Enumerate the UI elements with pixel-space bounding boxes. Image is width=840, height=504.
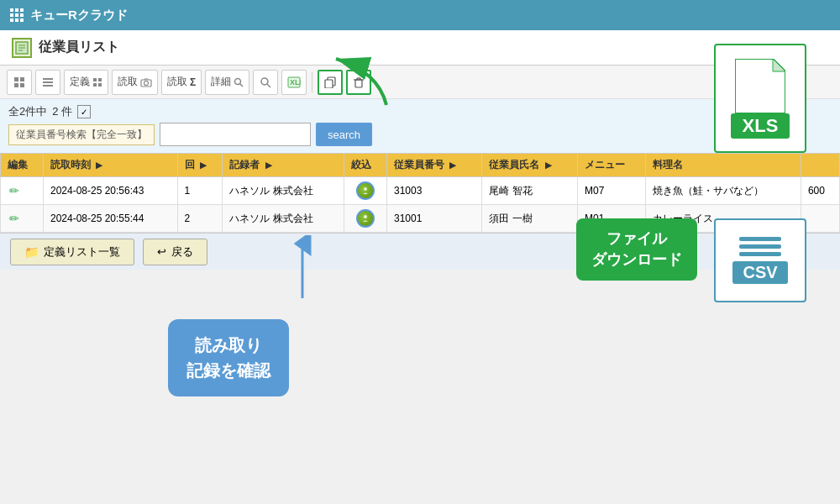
svg-rect-24	[325, 80, 333, 88]
excel-export-btn[interactable]: XLS	[281, 70, 307, 95]
svg-rect-6	[14, 83, 18, 87]
search-button[interactable]: search	[316, 123, 372, 146]
svg-rect-13	[93, 83, 97, 87]
read-sum-btn[interactable]: 読取 Σ	[161, 70, 202, 95]
detail-search-btn[interactable]: 詳細	[205, 70, 249, 95]
svg-line-18	[240, 83, 244, 87]
cell-count: 1	[177, 177, 223, 205]
count-text: 全2件中	[8, 104, 47, 119]
th-emp-name[interactable]: 従業員氏名 ▶	[482, 154, 578, 177]
search-wrapper: 全2件中 2 件 ✓ 従業員番号検索【完全一致】 search	[0, 99, 840, 153]
th-filter: 絞込	[344, 154, 387, 177]
cell-menu: M01	[577, 205, 645, 233]
cell-recorder: ハネソル 株式会社	[223, 177, 344, 205]
definition-btn[interactable]: 定義	[64, 70, 108, 95]
folder-icon: 📁	[24, 245, 39, 259]
list-view-btn[interactable]	[35, 70, 60, 95]
cell-dish: 焼き魚（鮭・サバなど）	[645, 177, 801, 205]
cell-read-time: 2024-08-25 20:56:43	[43, 177, 177, 205]
th-value	[801, 154, 839, 177]
svg-rect-25	[355, 80, 362, 87]
cell-edit: ✏	[1, 177, 44, 205]
svg-rect-9	[43, 81, 53, 83]
read-confirm-callout: 読み取り記録を確認	[168, 319, 289, 396]
page-icon	[12, 38, 32, 58]
read-camera-btn[interactable]: 読取	[112, 70, 158, 95]
search-row: 従業員番号検索【完全一致】 search	[8, 123, 832, 146]
svg-rect-7	[20, 83, 24, 87]
search-label: 従業員番号検索【完全一致】	[8, 124, 155, 145]
svg-rect-8	[43, 78, 53, 80]
svg-rect-12	[98, 78, 102, 81]
th-edit: 編集	[1, 154, 44, 177]
th-count[interactable]: 回 ▶	[177, 154, 223, 177]
data-table-container: 編集 読取時刻 ▶ 回 ▶ 記録者 ▶ 絞込 従業員番号 ▶ 従業員氏名 ▶ メ…	[0, 153, 840, 233]
cell-filter	[344, 177, 387, 205]
footer-bar: 📁 定義リスト一覧 ↩ 戻る	[0, 233, 840, 270]
definition-list-btn[interactable]: 📁 定義リスト一覧	[10, 239, 134, 265]
table-row: ✏ 2024-08-25 20:55:44 2 ハネソル 株式会社 31001 …	[1, 205, 840, 233]
back-btn[interactable]: ↩ 戻る	[143, 239, 207, 265]
svg-rect-10	[43, 85, 53, 87]
edit-button[interactable]: ✏	[8, 210, 21, 227]
read-confirm-text: 読み取り記録を確認	[186, 336, 270, 380]
employee-table: 編集 読取時刻 ▶ 回 ▶ 記録者 ▶ 絞込 従業員番号 ▶ 従業員氏名 ▶ メ…	[0, 153, 840, 233]
th-emp-number[interactable]: 従業員番号 ▶	[386, 154, 482, 177]
toolbar-separator	[312, 72, 312, 92]
delete-btn[interactable]	[346, 70, 371, 95]
page-header: 従業員リスト	[0, 30, 840, 66]
search-btn[interactable]	[253, 70, 278, 95]
svg-point-30	[364, 187, 367, 191]
toolbar: 定義 読取 読取 Σ 詳細 XLS	[0, 66, 840, 99]
cell-emp-name: 尾崎 智花	[482, 177, 578, 205]
copy-btn[interactable]	[318, 70, 343, 95]
cell-value	[801, 205, 839, 233]
count-number: 2 件	[52, 104, 72, 119]
cell-edit: ✏	[1, 205, 44, 233]
table-row: ✏ 2024-08-25 20:56:43 1 ハネソル 株式会社 31003 …	[1, 177, 840, 205]
top-header: キューRクラウド	[0, 0, 840, 30]
cell-recorder: ハネソル 株式会社	[223, 205, 344, 233]
cell-emp-name: 須田 一樹	[482, 205, 578, 233]
cell-count: 2	[177, 205, 223, 233]
svg-point-31	[364, 215, 367, 218]
svg-point-17	[235, 78, 241, 84]
cell-dish: カレーライス	[645, 205, 801, 233]
cell-menu: M07	[577, 177, 645, 205]
th-read-time[interactable]: 読取時刻 ▶	[43, 154, 177, 177]
th-dish: 料理名	[645, 154, 801, 177]
cell-emp-number: 31003	[386, 177, 482, 205]
svg-rect-4	[14, 77, 18, 81]
svg-line-20	[267, 84, 270, 87]
svg-rect-14	[98, 83, 102, 87]
grid-view-btn[interactable]	[7, 70, 32, 95]
svg-rect-11	[93, 78, 97, 81]
table-header-row: 編集 読取時刻 ▶ 回 ▶ 記録者 ▶ 絞込 従業員番号 ▶ 従業員氏名 ▶ メ…	[1, 154, 840, 177]
page-title: 従業員リスト	[39, 39, 119, 56]
count-row: 全2件中 2 件 ✓	[8, 104, 832, 119]
cell-value: 600	[801, 177, 839, 205]
search-input[interactable]	[160, 123, 311, 146]
th-recorder[interactable]: 記録者 ▶	[223, 154, 344, 177]
th-menu: メニュー	[577, 154, 645, 177]
cell-read-time: 2024-08-25 20:55:44	[43, 205, 177, 233]
svg-point-16	[144, 81, 149, 85]
app-grid-icon	[10, 8, 24, 22]
app-title: キューRクラウド	[30, 8, 128, 24]
cell-filter	[344, 205, 387, 233]
edit-button[interactable]: ✏	[8, 182, 21, 199]
check-icon: ✓	[77, 105, 91, 118]
cell-emp-number: 31001	[386, 205, 482, 233]
svg-rect-5	[20, 77, 24, 81]
svg-text:XLS: XLS	[290, 78, 301, 87]
svg-point-19	[261, 78, 268, 85]
